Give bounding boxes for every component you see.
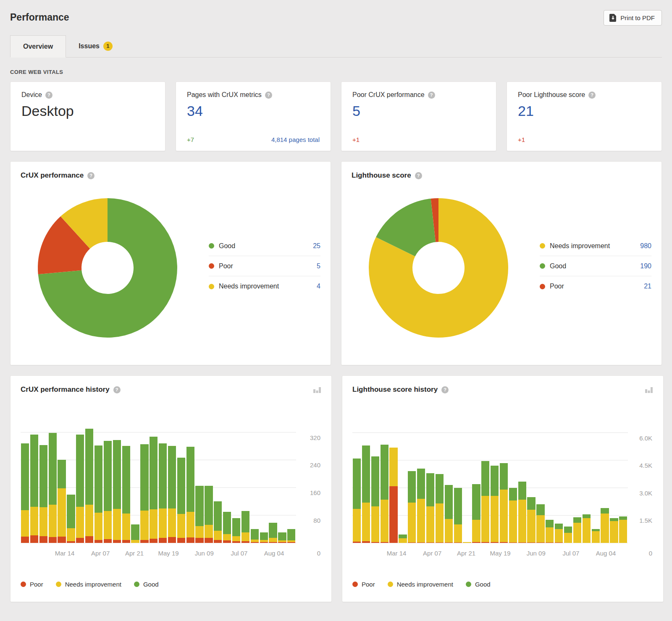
legend-value-needs-improvement[interactable]: 4 [317, 283, 320, 290]
legend-item-poor[interactable]: Poor [352, 581, 375, 588]
svg-text:Apr 21: Apr 21 [125, 550, 144, 557]
legend-label-good: Good [143, 581, 159, 588]
pages-with-crux-label: Pages with CrUX metrics [187, 91, 262, 99]
help-icon[interactable]: ? [415, 172, 422, 179]
help-icon[interactable]: ? [113, 386, 121, 393]
poor-lighthouse-card: Poor Lighthouse score ? 21 +1 [507, 81, 662, 151]
legend-label-poor: Poor [30, 581, 43, 588]
help-icon[interactable]: ? [428, 92, 435, 99]
legend-label-good: Good [475, 581, 491, 588]
legend-value-poor[interactable]: 21 [644, 283, 651, 290]
pages-total-link[interactable]: 4,814 pages total [271, 136, 320, 143]
svg-text:Apr 21: Apr 21 [457, 550, 475, 557]
legend-label-good: Good [219, 242, 235, 250]
svg-text:May 19: May 19 [158, 550, 178, 557]
pages-with-crux-delta: +7 [187, 136, 194, 143]
tab-issues-label: Issues [79, 42, 100, 50]
lighthouse-history-title: Lighthouse score history [352, 385, 438, 394]
tab-overview-label: Overview [23, 43, 53, 50]
lighthouse-history-card: Lighthouse score history ? 01.5K3.0K4.5K… [342, 375, 664, 602]
stat-card-row: Device ? Desktop Pages with CrUX metrics… [10, 81, 662, 151]
crux-history-legend: Poor Needs improvement Good [21, 581, 321, 588]
poor-crux-label: Poor CrUX performance [352, 91, 425, 99]
lighthouse-score-donut[interactable] [352, 181, 533, 357]
legend-row-poor: Poor 5 [209, 256, 320, 276]
good-dot-icon [466, 582, 471, 587]
legend-label-needs-improvement: Needs improvement [219, 283, 279, 290]
poor-dot-icon [21, 582, 26, 587]
svg-text:0: 0 [317, 550, 320, 557]
device-label: Device [21, 91, 42, 99]
legend-label-good: Good [550, 262, 566, 270]
svg-text:Mar 14: Mar 14 [55, 550, 75, 557]
svg-text:3.0K: 3.0K [639, 490, 652, 497]
legend-row-needs-improvement: Needs improvement 980 [540, 236, 651, 256]
bar-chart-type-icon[interactable] [645, 386, 653, 393]
legend-item-good[interactable]: Good [134, 581, 159, 588]
crux-history-chart[interactable]: 080160240320Mar 14Apr 07Apr 21May 19Jun … [21, 417, 321, 573]
lighthouse-score-title: Lighthouse score [352, 171, 411, 180]
needs-improvement-dot-icon [388, 582, 393, 587]
pages-with-crux-card: Pages with CrUX metrics ? 34 +7 4,814 pa… [176, 81, 331, 151]
legend-value-needs-improvement[interactable]: 980 [640, 242, 651, 250]
svg-text:Apr 07: Apr 07 [423, 550, 441, 557]
section-core-web-vitals: CORE WEB VITALS [10, 69, 662, 75]
good-dot-icon [134, 582, 139, 587]
legend-label-needs-improvement: Needs improvement [550, 242, 610, 250]
poor-dot-icon [209, 263, 214, 269]
history-row: CrUX performance history ? 080160240320M… [10, 375, 662, 602]
help-icon[interactable]: ? [87, 172, 94, 179]
legend-value-good[interactable]: 25 [313, 242, 320, 250]
lighthouse-history-chart[interactable]: 01.5K3.0K4.5K6.0KMar 14Apr 07Apr 21May 1… [352, 417, 653, 573]
help-icon[interactable]: ? [45, 92, 52, 99]
svg-text:Aug 04: Aug 04 [264, 550, 284, 557]
svg-text:80: 80 [313, 517, 320, 524]
svg-text:1.5K: 1.5K [639, 517, 652, 524]
legend-label-needs-improvement: Needs improvement [65, 581, 121, 588]
print-to-pdf-label: Print to PDF [620, 14, 655, 21]
svg-text:0: 0 [649, 550, 652, 557]
help-icon[interactable]: ? [441, 386, 449, 393]
lighthouse-score-legend: Needs improvement 980 Good 190 Poor 21 [533, 236, 651, 296]
legend-item-needs-improvement[interactable]: Needs improvement [56, 581, 121, 588]
legend-row-poor: Poor 21 [540, 276, 651, 296]
donut-row: CrUX performance ? Good 25 Poor 5 Needs … [10, 161, 662, 365]
crux-performance-donut[interactable] [21, 181, 202, 357]
poor-crux-card: Poor CrUX performance ? 5 +1 [341, 81, 496, 151]
legend-value-good[interactable]: 190 [640, 262, 651, 270]
tab-issues[interactable]: Issues 1 [66, 35, 125, 57]
legend-item-needs-improvement[interactable]: Needs improvement [388, 581, 453, 588]
pages-with-crux-value[interactable]: 34 [187, 103, 320, 119]
crux-performance-title: CrUX performance [21, 171, 84, 180]
crux-history-card: CrUX performance history ? 080160240320M… [10, 375, 332, 602]
device-card: Device ? Desktop [10, 81, 165, 151]
good-dot-icon [540, 263, 545, 269]
poor-lighthouse-label: Poor Lighthouse score [518, 91, 585, 99]
issues-count-badge: 1 [103, 42, 113, 51]
svg-text:Apr 07: Apr 07 [91, 550, 110, 557]
legend-item-poor[interactable]: Poor [21, 581, 43, 588]
svg-text:240: 240 [310, 461, 320, 469]
legend-label-poor: Poor [550, 283, 564, 290]
poor-lighthouse-value[interactable]: 21 [518, 103, 651, 119]
help-icon[interactable]: ? [265, 92, 272, 99]
poor-lighthouse-delta: +1 [518, 136, 525, 143]
crux-performance-card: CrUX performance ? Good 25 Poor 5 Needs … [10, 161, 331, 365]
poor-dot-icon [540, 284, 545, 289]
help-icon[interactable]: ? [588, 92, 596, 99]
bar-chart-type-icon[interactable] [313, 386, 321, 393]
page-title: Performance [10, 10, 69, 23]
tab-overview[interactable]: Overview [10, 35, 66, 58]
pdf-download-icon [609, 14, 617, 22]
legend-value-poor[interactable]: 5 [317, 262, 320, 270]
device-value: Desktop [21, 103, 154, 119]
legend-item-good[interactable]: Good [466, 581, 491, 588]
good-dot-icon [209, 243, 214, 249]
poor-crux-value[interactable]: 5 [352, 103, 485, 119]
svg-text:4.5K: 4.5K [639, 462, 652, 469]
needs-improvement-dot-icon [209, 284, 214, 289]
print-to-pdf-button[interactable]: Print to PDF [604, 10, 662, 26]
needs-improvement-dot-icon [540, 243, 545, 249]
svg-text:Jul 07: Jul 07 [231, 550, 247, 557]
svg-text:320: 320 [310, 434, 320, 441]
